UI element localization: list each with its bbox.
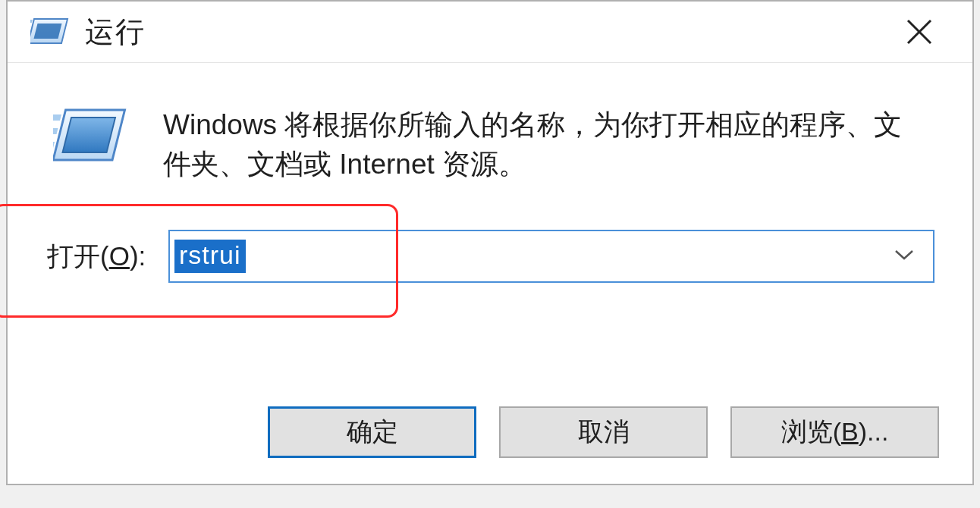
close-icon [905,17,934,46]
open-combobox[interactable]: rstrui [168,230,934,283]
browse-button[interactable]: 浏览(B)... [730,406,939,458]
open-row: 打开(O): rstrui [46,230,934,283]
ok-button[interactable]: 确定 [268,406,476,458]
button-row: 确定 取消 浏览(B)... [268,406,939,458]
run-dialog: 运行 [6,0,974,485]
cancel-button[interactable]: 取消 [499,406,708,458]
close-button[interactable] [889,2,950,62]
dialog-title: 运行 [85,13,146,52]
open-label-prefix: 打开( [47,241,109,271]
open-label-suffix: ): [130,241,146,271]
chevron-down-icon [894,248,915,265]
info-row: Windows 将根据你所输入的名称，为你打开相应的程序、文件夹、文档或 Int… [46,105,934,184]
open-label: 打开(O): [46,239,168,274]
svg-rect-6 [53,128,58,134]
svg-rect-1 [30,27,31,30]
svg-rect-0 [30,20,33,23]
title-bar: 运行 [8,2,972,62]
open-input-value: rstrui [174,240,246,272]
browse-button-label: 浏览(B)... [781,415,889,450]
svg-rect-5 [53,114,61,121]
cancel-button-label: 取消 [578,415,630,450]
dialog-body: Windows 将根据你所输入的名称，为你打开相应的程序、文件夹、文档或 Int… [8,64,972,283]
run-icon [30,16,71,48]
description-text: Windows 将根据你所输入的名称，为你打开相应的程序、文件夹、文档或 Int… [163,105,929,184]
ok-button-label: 确定 [347,415,398,450]
svg-rect-7 [53,142,55,148]
run-large-icon [53,105,129,170]
open-label-hotkey: O [109,241,130,271]
